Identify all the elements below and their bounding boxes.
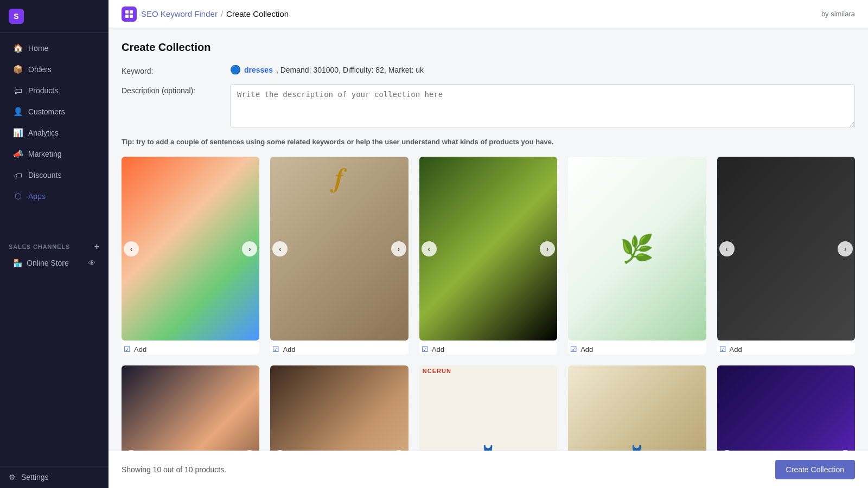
product-next-6[interactable]: ›: [242, 450, 257, 451]
product-prev-2[interactable]: ‹: [272, 241, 288, 256]
sidebar-item-label: Marketing: [28, 150, 61, 158]
create-collection-button[interactable]: Create Collection: [775, 460, 855, 479]
page-content: Create Collection Keyword: 🔵 dresses , D…: [108, 28, 868, 451]
settings-icon: ⚙: [9, 473, 16, 481]
add-channel-icon[interactable]: +: [94, 242, 100, 252]
product-prev-6[interactable]: ‹: [124, 450, 139, 451]
product-prev-7[interactable]: ‹: [272, 450, 288, 451]
online-store-label: Online Store: [27, 259, 69, 267]
breadcrumb-current: Create Collection: [226, 9, 289, 18]
sidebar-nav: 🏠 Home 📦 Orders 🏷 Products 👤 Customers 📊…: [0, 33, 108, 235]
sidebar-item-discounts[interactable]: 🏷 Discounts: [4, 165, 104, 185]
description-row: Description (optional):: [122, 84, 855, 129]
product-card-2: ‹ › 𝒇 ☑ Add: [270, 157, 408, 355]
add-label-2: Add: [283, 345, 295, 354]
product-next-5[interactable]: ›: [838, 241, 853, 256]
keyword-meta: , Demand: 301000, Difficulty: 82, Market…: [276, 66, 424, 74]
description-textarea[interactable]: [230, 84, 855, 127]
sidebar-item-label: Apps: [28, 192, 46, 201]
sidebar-item-label: Customers: [28, 107, 65, 116]
product-prev-1[interactable]: ‹: [124, 241, 139, 256]
checkbox-5[interactable]: ☑: [719, 345, 726, 354]
product-image-9: 👗: [568, 365, 706, 451]
product-add-3: ☑ Add: [419, 341, 557, 355]
description-label: Description (optional):: [122, 84, 230, 95]
product-next-1[interactable]: ›: [242, 241, 257, 256]
keyword-radio[interactable]: 🔵: [230, 65, 241, 75]
sidebar-item-home[interactable]: 🏠 Home: [4, 38, 104, 59]
showing-text: Showing 10 out of 10 products.: [122, 465, 226, 474]
product-prev-10[interactable]: ‹: [719, 450, 735, 451]
sidebar-item-orders[interactable]: 📦 Orders: [4, 59, 104, 80]
app-icon: [122, 7, 137, 22]
add-label-5: Add: [730, 345, 742, 354]
sidebar: S 🏠 Home 📦 Orders 🏷 Products 👤 Customers…: [0, 0, 108, 488]
product-prev-3[interactable]: ‹: [422, 241, 437, 256]
product-card-9: 👗 ☑ Add: [568, 365, 706, 451]
product-image-6: ‹ ›: [122, 365, 259, 451]
add-label-3: Add: [432, 345, 444, 354]
product-prev-5[interactable]: ‹: [719, 241, 735, 256]
page-footer: Showing 10 out of 10 products. Create Co…: [108, 451, 868, 488]
checkbox-1[interactable]: ☑: [124, 345, 131, 354]
sidebar-item-label: Home: [28, 44, 48, 53]
app-name-link[interactable]: SEO Keyword Finder: [141, 9, 218, 18]
checkbox-2[interactable]: ☑: [272, 345, 279, 354]
product-card-6: ‹ › ☑ Add: [122, 365, 259, 451]
main-panel: SEO Keyword Finder / Create Collection b…: [108, 0, 868, 488]
home-icon: 🏠: [13, 43, 23, 53]
product-image-8: 👗 NCERUN: [419, 365, 557, 451]
orders-icon: 📦: [13, 65, 23, 74]
sales-channels-section: SALES CHANNELS +: [0, 235, 108, 254]
product-card-1: ‹ › ☑ Add: [122, 157, 259, 355]
sidebar-item-analytics[interactable]: 📊 Analytics: [4, 123, 104, 143]
svg-rect-0: [125, 10, 129, 14]
product-next-3[interactable]: ›: [540, 241, 555, 256]
sidebar-item-marketing[interactable]: 📣 Marketing: [4, 144, 104, 164]
sidebar-item-apps[interactable]: ⬡ Apps: [4, 186, 104, 207]
checkbox-3[interactable]: ☑: [422, 345, 429, 354]
product-image-3: ‹ ›: [419, 157, 557, 341]
keyword-label: Keyword:: [122, 65, 230, 75]
sidebar-logo-icon: S: [9, 9, 24, 24]
product-next-10[interactable]: ›: [838, 450, 853, 451]
add-label-1: Add: [134, 345, 146, 354]
product-next-7[interactable]: ›: [391, 450, 406, 451]
keyword-display: 🔵 dresses , Demand: 301000, Difficulty: …: [230, 65, 855, 75]
settings-label: Settings: [21, 473, 49, 481]
tip-bold: Tip: [122, 138, 132, 146]
topbar: SEO Keyword Finder / Create Collection b…: [108, 0, 868, 28]
sidebar-item-online-store[interactable]: 🏪 Online Store 👁: [4, 254, 104, 272]
add-label-4: Add: [580, 345, 593, 354]
marketing-icon: 📣: [13, 149, 23, 159]
sidebar-item-settings[interactable]: ⚙ Settings: [0, 466, 108, 488]
product-image-1: ‹ ›: [122, 157, 259, 341]
topbar-by-text: by similara: [821, 10, 855, 18]
checkbox-4[interactable]: ☑: [570, 345, 577, 354]
tip-text: Tip: try to add a couple of sentences us…: [122, 138, 855, 146]
product-add-2: ☑ Add: [270, 341, 408, 355]
sidebar-item-products[interactable]: 🏷 Products: [4, 80, 104, 101]
product-card-7: ‹ › ☑ Add: [270, 365, 408, 451]
eye-icon[interactable]: 👁: [88, 259, 95, 267]
product-card-4: 🌿 ☑ Add: [568, 157, 706, 355]
product-card-8: 👗 NCERUN ☑ Add: [419, 365, 557, 451]
sidebar-item-customers[interactable]: 👤 Customers: [4, 101, 104, 122]
store-icon: 🏪: [13, 259, 22, 267]
product-image-10: ‹ ›: [717, 365, 855, 451]
product-image-2: ‹ › 𝒇: [270, 157, 408, 341]
product-add-1: ☑ Add: [122, 341, 259, 355]
sidebar-item-label: Products: [28, 86, 58, 95]
customers-icon: 👤: [13, 107, 23, 117]
products-icon: 🏷: [13, 86, 23, 95]
sidebar-logo: S: [0, 0, 108, 33]
product-card-10: ‹ › ☑ Add: [717, 365, 855, 451]
svg-rect-3: [130, 15, 133, 18]
sidebar-item-label: Orders: [28, 65, 52, 74]
product-add-4: ☑ Add: [568, 341, 706, 355]
product-next-2[interactable]: ›: [391, 241, 406, 256]
keyword-value: 🔵 dresses , Demand: 301000, Difficulty: …: [230, 65, 855, 75]
product-image-5: ‹ ›: [717, 157, 855, 341]
products-grid: ‹ › ☑ Add ‹ › 𝒇 ☑ Add: [122, 157, 855, 451]
svg-rect-2: [125, 15, 129, 18]
